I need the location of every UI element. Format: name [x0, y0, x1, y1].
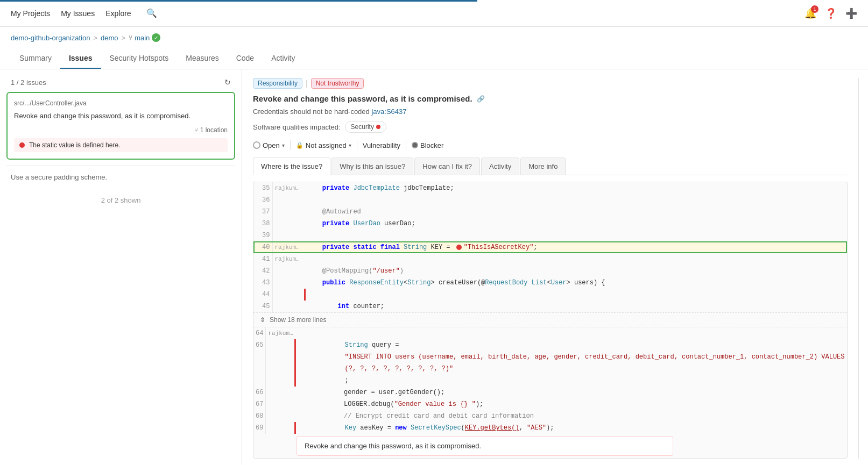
tab-more-info[interactable]: More info [520, 158, 566, 175]
issue-location-row: ⑂ 1 location [14, 126, 228, 134]
tag-responsibility[interactable]: Responsibility [253, 78, 302, 89]
add-button[interactable]: ➕ [845, 8, 857, 19]
tab-issues[interactable]: Issues [60, 48, 101, 69]
show-more-lines-button[interactable]: ⇕ Show 18 more lines [253, 312, 847, 327]
issue-card-selected[interactable]: src/.../UserController.java Revoke and c… [6, 92, 235, 160]
line-number: 35 [253, 182, 272, 194]
issue-location-item[interactable]: The static value is defined here. [14, 138, 228, 152]
line-number: 39 [253, 230, 272, 241]
tab-where-is-issue[interactable]: Where is the issue? [253, 158, 330, 175]
line-author: rajkum… [266, 327, 295, 339]
code-line-45: 45 int counter; [253, 301, 847, 312]
nav-links: My Projects My Issues Explore 🔍 [11, 8, 157, 18]
line-code [295, 327, 847, 339]
branch-info: ⑂ main ✓ [129, 33, 160, 42]
lock-icon: 🔒 [296, 142, 304, 149]
tab-security-hotspots[interactable]: Security Hotspots [101, 48, 178, 69]
line-code: @PostMapping("/user") [305, 265, 847, 277]
severity-divider [406, 140, 406, 150]
line-code: (?, ?, ?, ?, ?, ?, ?, ?, ?)" [295, 363, 847, 375]
nav-my-projects[interactable]: My Projects [11, 9, 50, 18]
link-icon[interactable]: 🔗 [477, 95, 485, 103]
code-line-38: 38 private UserDao userDao; [253, 218, 847, 230]
branch-icon: ⑂ [129, 34, 132, 41]
code-line-43: 43 public ResponseEntity<String> createU… [253, 277, 847, 289]
line-number: 43 [253, 277, 272, 289]
help-button[interactable]: ❓ [825, 8, 837, 19]
line-author [266, 422, 295, 434]
code-table-2: 64 rajkum… 65 String query = [253, 327, 847, 434]
credentials-text: Credentials should not be hard-coded [253, 108, 370, 116]
line-author [266, 387, 295, 398]
qualities-label: Software qualities impacted: [253, 123, 341, 131]
tab-activity[interactable]: Activity [481, 158, 519, 175]
breadcrumb-branch[interactable]: main [135, 34, 150, 42]
line-number: 44 [253, 289, 272, 301]
inner-tab-bar: Where is the issue? Why is this an issue… [253, 158, 848, 175]
search-icon[interactable]: 🔍 [146, 8, 157, 18]
nav-explore[interactable]: Explore [105, 9, 131, 18]
breadcrumb-org[interactable]: demo-github-organization [11, 34, 90, 42]
line-number: 38 [253, 218, 272, 230]
status-open-button[interactable]: Open ▾ [253, 141, 285, 149]
line-number: 64 [253, 327, 266, 339]
line-number [253, 351, 266, 363]
quality-dot-icon [376, 125, 380, 129]
line-code [305, 194, 847, 206]
code-panel: 35 rajkum… private JdbcTemplate jdbcTemp… [253, 182, 848, 459]
top-navigation: My Projects My Issues Explore 🔍 🔔 1 ❓ ➕ [0, 0, 868, 27]
line-number: 69 [253, 422, 266, 434]
tab-why-is-issue[interactable]: Why is this an issue? [331, 158, 413, 175]
line-author: rajkum… [272, 182, 305, 194]
line-author [272, 277, 305, 289]
issue-detail: Responsibility | Not trustworthy Revoke … [253, 78, 857, 459]
refresh-button[interactable]: ↻ [224, 78, 231, 87]
issue-main-title: Revoke and change this password, as it i… [253, 94, 472, 103]
issue-tooltip: Revoke and change this password, as it i… [297, 436, 673, 456]
line-author: rajkum… [272, 253, 305, 265]
line-number: 65 [253, 339, 266, 351]
code-line-36: 36 [253, 194, 847, 206]
tab-how-fix[interactable]: How can I fix it? [414, 158, 480, 175]
code-line-65b: "INSERT INTO users (username, email, bir… [253, 351, 847, 363]
line-number: 67 [253, 398, 266, 410]
line-author [272, 194, 305, 206]
tag-not-trustworthy[interactable]: Not trustworthy [311, 78, 364, 89]
notifications-button[interactable]: 🔔 1 [805, 8, 816, 19]
line-code: "INSERT INTO users (username, email, bir… [295, 351, 847, 363]
breadcrumb-repo[interactable]: demo [101, 34, 118, 42]
credentials-link[interactable]: java:S6437 [371, 108, 406, 116]
tab-summary[interactable]: Summary [11, 48, 60, 69]
status-row: Open ▾ 🔒 Not assigned ▾ Vulnerability B [253, 140, 848, 150]
line-author [272, 206, 305, 218]
issue-file-path: src/.../UserController.java [14, 99, 228, 107]
quality-badge[interactable]: Security [345, 121, 386, 133]
not-assigned-chevron-icon: ▾ [349, 142, 351, 148]
red-dot-icon [19, 142, 25, 148]
nav-my-issues[interactable]: My Issues [61, 9, 95, 18]
branch-check-icon: ✓ [152, 33, 160, 42]
code-line-35: 35 rajkum… private JdbcTemplate jdbcTemp… [253, 182, 847, 194]
issue-title-row: Revoke and change this password, as it i… [253, 94, 848, 103]
line-code: gender = user.getGender(); [295, 387, 847, 398]
line-author [266, 339, 295, 351]
simple-issue-item[interactable]: Use a secure padding scheme. [6, 165, 235, 189]
line-author [266, 375, 295, 387]
blocker-dot-icon [412, 142, 418, 148]
location-item-text: The static value is defined here. [29, 141, 120, 149]
nav-right: 🔔 1 ❓ ➕ [805, 8, 857, 19]
line-number: 41 [253, 253, 272, 265]
not-assigned-button[interactable]: 🔒 Not assigned ▾ [296, 141, 351, 149]
code-line-37: 37 @Autowired [253, 206, 847, 218]
tab-measures[interactable]: Measures [177, 48, 227, 69]
line-number: 66 [253, 387, 266, 398]
issues-list-panel: 1 / 2 issues ↻ src/.../UserController.ja… [0, 69, 242, 464]
line-code: private static final String KEY = "ThisI… [305, 241, 847, 253]
code-line-65d: ; [253, 375, 847, 387]
tab-code[interactable]: Code [228, 48, 263, 69]
tab-activity[interactable]: Activity [263, 48, 304, 69]
line-number: 40 [253, 241, 272, 253]
expand-icon: ⇕ [260, 316, 265, 324]
line-code: int counter; [305, 301, 847, 312]
code-line-68: 68 // Encrypt credit card and debit card… [253, 410, 847, 422]
